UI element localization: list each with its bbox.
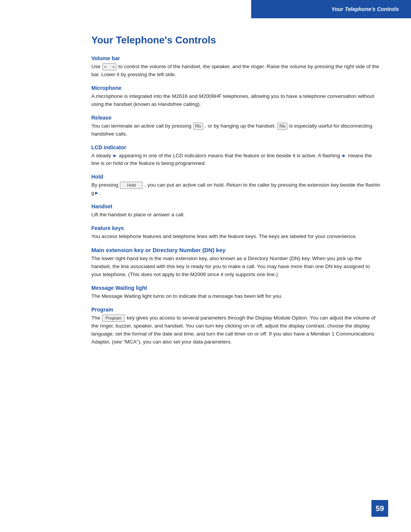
header-bar-title: Your Telephone's Controls	[331, 6, 399, 12]
section-body-handset: Lift the handset to place or answer a ca…	[91, 211, 381, 219]
section-title-main-extension-key: Main extension key or Directory Number (…	[91, 247, 381, 253]
page-number: 59	[376, 504, 384, 513]
section-title-program: Program	[91, 307, 381, 313]
section-hold: Hold By pressing Hold , you can put an a…	[91, 174, 381, 197]
page-number-box: 59	[371, 500, 388, 517]
section-title-feature-keys: Feature keys	[91, 225, 381, 231]
section-title-volume-bar: Volume bar	[91, 55, 381, 61]
arrow-hold: ►	[94, 189, 99, 197]
section-body-hold: By pressing Hold , you can put an active…	[91, 181, 381, 197]
section-body-release: You can terminate an active call by pres…	[91, 122, 381, 138]
section-body-microphone: A microphone is integrated into the M261…	[91, 93, 381, 109]
section-program: Program The Program key gives you access…	[91, 307, 381, 346]
section-body-main-extension-key: The lower right-hand key is the main ext…	[91, 255, 381, 279]
section-title-microphone: Microphone	[91, 85, 381, 91]
arrow-flashing: ►	[342, 152, 347, 160]
section-body-lcd-indicator: A steady ► appearing in one of the LCD i…	[91, 152, 381, 168]
volume-bar-icon: « »	[102, 63, 117, 70]
rls-key-1: Rls	[193, 123, 203, 130]
section-body-program: The Program key gives you access to seve…	[91, 314, 381, 346]
section-message-waiting-light: Message Waiting light The Message Waitin…	[91, 285, 381, 300]
section-title-message-waiting-light: Message Waiting light	[91, 285, 381, 291]
page-main-title: Your Telephone's Controls	[91, 34, 381, 46]
section-microphone: Microphone A microphone is integrated in…	[91, 85, 381, 109]
section-title-release: Release	[91, 115, 381, 121]
section-title-lcd-indicator: LCD indicator	[91, 144, 381, 150]
section-main-extension-key: Main extension key or Directory Number (…	[91, 247, 381, 279]
header-bar: Your Telephone's Controls	[251, 0, 411, 18]
hold-key: Hold	[120, 182, 143, 189]
section-lcd-indicator: LCD indicator A steady ► appearing in on…	[91, 144, 381, 168]
program-key: Program	[102, 315, 125, 322]
section-body-message-waiting-light: The Message Waiting light turns on to in…	[91, 292, 381, 300]
section-feature-keys: Feature keys You access telephone featur…	[91, 225, 381, 241]
section-volume-bar: Volume bar Use « » to control the volume…	[91, 55, 381, 79]
section-handset: Handset Lift the handset to place or ans…	[91, 203, 381, 219]
section-title-hold: Hold	[91, 174, 381, 180]
section-release: Release You can terminate an active call…	[91, 115, 381, 138]
rls-key-2: Rls	[277, 123, 287, 130]
section-body-feature-keys: You access telephone features and teleph…	[91, 233, 381, 241]
section-body-volume-bar: Use « » to control the volume of the han…	[91, 63, 381, 79]
page-content: Your Telephone's Controls Volume bar Use…	[0, 0, 411, 382]
section-title-handset: Handset	[91, 203, 381, 209]
arrow-steady: ►	[113, 152, 118, 160]
